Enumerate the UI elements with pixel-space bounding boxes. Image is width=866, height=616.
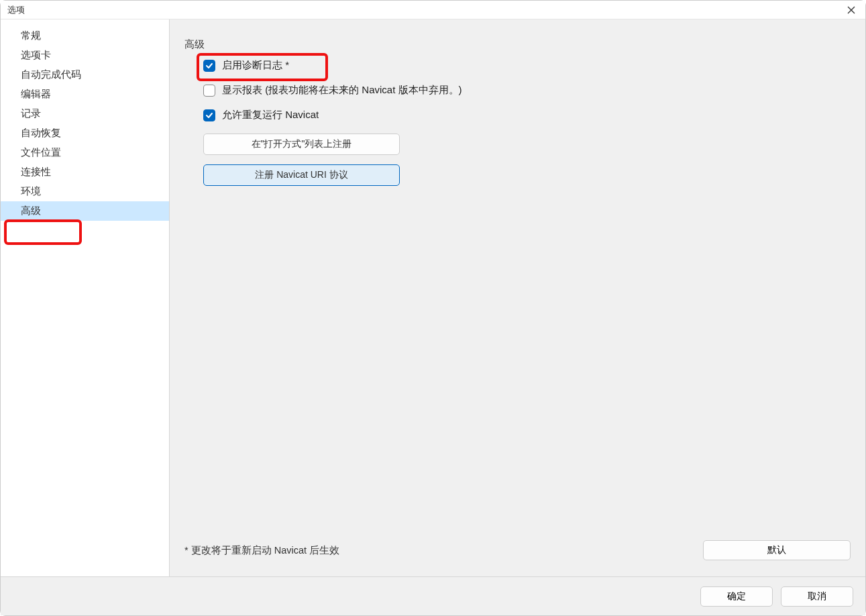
checkbox-allow-duplicate-navicat[interactable]: 允许重复运行 Navicat [203,109,851,121]
restart-note: * 更改将于重新启动 Navicat 后生效 [184,544,339,557]
cancel-button[interactable]: 取消 [781,586,853,607]
content-area: 常规 选项卡 自动完成代码 编辑器 记录 自动恢复 文件位置 连接性 环境 高级… [1,19,865,576]
checkbox-show-reports[interactable]: 显示报表 (报表功能将在未来的 Navicat 版本中弃用。) [203,84,851,97]
options-group: 启用诊断日志 * 显示报表 (报表功能将在未来的 Navicat 版本中弃用。)… [184,59,851,195]
sidebar-item-autorecover[interactable]: 自动恢复 [1,123,169,143]
sidebar-item-label: 常规 [21,30,41,41]
sidebar-item-label: 选项卡 [21,49,51,60]
checkbox-icon [203,109,215,121]
title-bar: 选项 [1,1,865,19]
sidebar-item-advanced[interactable]: 高级 [1,201,169,221]
sidebar-item-label: 记录 [21,107,41,119]
sidebar-item-label: 编辑器 [21,88,51,99]
close-button[interactable] [843,2,860,18]
sidebar-item-general[interactable]: 常规 [1,26,169,46]
button-label: 确定 [727,591,746,601]
sidebar-item-editor[interactable]: 编辑器 [1,85,169,104]
sidebar-item-label: 自动完成代码 [21,68,81,80]
close-icon [847,6,855,14]
window-title: 选项 [7,4,25,16]
options-dialog: 选项 常规 选项卡 自动完成代码 编辑器 记录 自动恢复 文件位置 连接性 环境… [0,0,866,616]
main-panel: 高级 启用诊断日志 * 显示报表 (报表功能将在未来的 Navicat 版本中弃… [170,19,865,576]
checkbox-label: 显示报表 (报表功能将在未来的 Navicat 版本中弃用。) [222,84,462,97]
sidebar: 常规 选项卡 自动完成代码 编辑器 记录 自动恢复 文件位置 连接性 环境 高级 [1,19,170,576]
button-label: 取消 [808,591,826,601]
register-uri-button[interactable]: 注册 Navicat URI 协议 [203,164,400,186]
sidebar-item-environment[interactable]: 环境 [1,182,169,201]
sidebar-item-label: 文件位置 [21,146,61,158]
section-title: 高级 [184,38,851,51]
sidebar-item-label: 自动恢复 [21,127,61,138]
button-label: 注册 Navicat URI 协议 [255,169,347,181]
dialog-footer: 确定 取消 [1,576,865,615]
footer-note-row: * 更改将于重新启动 Navicat 后生效 默认 [184,540,851,563]
sidebar-item-label: 环境 [21,185,41,197]
checkbox-icon [203,85,215,97]
sidebar-item-records[interactable]: 记录 [1,104,169,123]
checkbox-icon [203,60,215,72]
sidebar-item-tabs[interactable]: 选项卡 [1,46,169,65]
button-label: 默认 [767,544,786,555]
sidebar-item-filelocation[interactable]: 文件位置 [1,143,169,162]
button-label: 在"打开方式"列表上注册 [252,138,352,150]
sidebar-item-connectivity[interactable]: 连接性 [1,162,169,182]
sidebar-item-label: 高级 [21,205,41,216]
checkbox-enable-diagnostic-log[interactable]: 启用诊断日志 * [203,59,851,72]
ok-button[interactable]: 确定 [700,586,773,607]
sidebar-item-label: 连接性 [21,166,51,177]
sidebar-item-autocomplete[interactable]: 自动完成代码 [1,65,169,85]
register-open-with-button[interactable]: 在"打开方式"列表上注册 [203,134,400,155]
default-button[interactable]: 默认 [703,540,851,560]
checkbox-label: 启用诊断日志 * [222,59,289,72]
annotation-highlight-sidebar [4,219,82,245]
checkbox-label: 允许重复运行 Navicat [222,109,319,121]
